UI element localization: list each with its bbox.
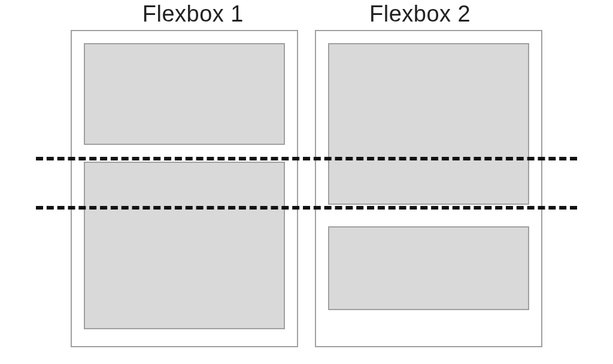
flexbox-row: [0, 30, 613, 347]
flexbox-1-container: [71, 30, 298, 347]
flexbox-2-container: [315, 30, 542, 347]
flexbox-2-item-2: [328, 226, 529, 310]
flexbox2-title: Flexbox 2: [369, 1, 471, 27]
flexbox1-title: Flexbox 1: [142, 1, 244, 27]
guideline-dashed-upper: [36, 157, 577, 160]
flexbox-2-item-1: [328, 43, 529, 205]
flexbox-1-item-1: [84, 43, 285, 145]
headings-row: Flexbox 1 Flexbox 2: [0, 1, 613, 27]
diagram-stage: Flexbox 1 Flexbox 2: [0, 0, 613, 364]
flexbox-1-item-2: [84, 162, 285, 329]
guideline-dashed-lower: [36, 206, 577, 210]
